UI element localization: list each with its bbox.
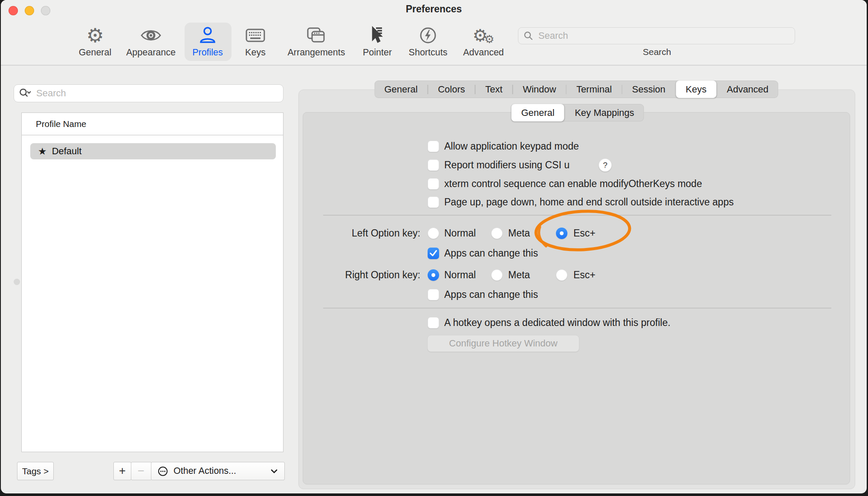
checkbox-label[interactable]: A hotkey opens a dedicated window with t… xyxy=(444,317,671,329)
checkbox-modify-other-keys[interactable] xyxy=(428,178,439,190)
search-scope-icon xyxy=(19,88,31,99)
checkbox-keypad-mode[interactable] xyxy=(428,141,439,152)
toolbar-item-general[interactable]: ⚙ General xyxy=(63,23,127,62)
subtab-general[interactable]: General xyxy=(511,104,564,121)
toolbar-separator xyxy=(1,65,867,66)
checkbox-label[interactable]: Apps can change this xyxy=(444,248,538,259)
preferences-window: Preferences ⚙ General Appearance Profile… xyxy=(1,0,867,493)
gears-icon: ⚙⚙ xyxy=(451,23,515,47)
radio-label[interactable]: Normal xyxy=(444,269,476,281)
radio-right-normal[interactable] xyxy=(428,269,439,281)
toolbar-label: General xyxy=(63,47,127,58)
eye-icon xyxy=(119,23,183,47)
window-title: Preferences xyxy=(1,3,867,15)
subtab-key-mappings[interactable]: Key Mappings xyxy=(565,104,644,121)
radio-right-meta[interactable] xyxy=(491,269,503,281)
windows-icon xyxy=(284,23,348,47)
toolbar-label: Shortcuts xyxy=(396,47,460,58)
keys-subsection-tabs: General Key Mappings xyxy=(511,104,644,121)
checkbox-page-scroll[interactable] xyxy=(428,196,439,208)
toolbar-label: Arrangements xyxy=(284,47,348,58)
radio-left-meta[interactable] xyxy=(491,228,503,239)
gear-icon: ⚙ xyxy=(63,23,127,47)
tab-colors[interactable]: Colors xyxy=(428,81,475,98)
ellipsis-circle-icon xyxy=(157,466,168,477)
other-actions-dropdown[interactable]: Other Actions... xyxy=(151,462,285,480)
profile-list: Profile Name ★ Default xyxy=(21,112,284,452)
checkbox-csi-u[interactable] xyxy=(428,159,439,171)
tags-button[interactable]: Tags > xyxy=(17,462,54,480)
radio-label[interactable]: Normal xyxy=(444,228,476,239)
radio-label[interactable]: Esc+ xyxy=(573,269,596,281)
toolbar-search-input[interactable] xyxy=(538,30,790,42)
screenshot-stage: Preferences ⚙ General Appearance Profile… xyxy=(0,0,868,496)
checkbox-label[interactable]: xterm control sequence can enable modify… xyxy=(444,178,702,190)
header-divider xyxy=(22,135,283,136)
remove-profile-button[interactable]: − xyxy=(131,462,152,480)
configure-hotkey-window-button[interactable]: Configure Hotkey Window xyxy=(427,335,579,352)
toolbar-search-caption: Search xyxy=(614,47,700,57)
star-icon: ★ xyxy=(38,146,47,157)
toolbar-item-keys[interactable]: Keys xyxy=(223,23,287,62)
add-profile-button[interactable]: + xyxy=(113,462,131,480)
section-divider xyxy=(323,215,831,216)
radio-left-normal[interactable] xyxy=(428,228,439,239)
toolbar-label: Advanced xyxy=(451,47,515,58)
toolbar-item-shortcuts[interactable]: Shortcuts xyxy=(396,23,460,62)
chevron-down-icon xyxy=(270,468,278,474)
tags-label: Tags > xyxy=(22,466,49,476)
plus-icon: + xyxy=(119,464,126,478)
radio-label[interactable]: Esc+ xyxy=(573,228,596,239)
toolbar-item-appearance[interactable]: Appearance xyxy=(119,23,183,62)
toolbar-item-arrangements[interactable]: Arrangements xyxy=(284,23,348,62)
checkbox-label[interactable]: Page up, page down, home and end scroll … xyxy=(444,196,734,208)
profile-row-default[interactable]: ★ Default xyxy=(30,143,276,159)
checkbox-right-apps-change[interactable] xyxy=(428,289,439,300)
checkbox-label[interactable]: Report modifiers using CSI u xyxy=(444,159,570,171)
toolbar-label: Appearance xyxy=(119,47,183,58)
left-option-key-label: Left Option key: xyxy=(295,228,420,239)
profile-name: Default xyxy=(52,146,82,157)
toolbar-item-advanced[interactable]: ⚙⚙ Advanced xyxy=(451,23,515,62)
tab-keys[interactable]: Keys xyxy=(676,81,716,98)
keyboard-icon xyxy=(223,23,287,47)
help-button[interactable]: ? xyxy=(599,159,612,172)
toolbar-search-field[interactable] xyxy=(518,27,795,44)
tab-session[interactable]: Session xyxy=(622,81,675,98)
radio-right-esc[interactable] xyxy=(556,269,567,281)
search-icon xyxy=(524,31,533,41)
splitter-handle[interactable] xyxy=(14,279,20,285)
lightning-icon xyxy=(396,23,460,47)
checkbox-hotkey-window[interactable] xyxy=(428,317,439,329)
right-option-key-label: Right Option key: xyxy=(295,269,420,281)
tab-general[interactable]: General xyxy=(374,81,427,98)
profile-section-tabs: General Colors Text Window Terminal Sess… xyxy=(374,81,778,98)
profile-list-header: Profile Name xyxy=(36,119,87,129)
tab-window[interactable]: Window xyxy=(513,81,566,98)
toolbar-label: Keys xyxy=(223,47,287,58)
profile-search-input[interactable] xyxy=(35,87,278,99)
tab-advanced[interactable]: Advanced xyxy=(717,81,778,98)
radio-label[interactable]: Meta xyxy=(508,269,530,281)
other-actions-label: Other Actions... xyxy=(174,466,236,476)
minus-icon: − xyxy=(138,464,145,478)
checkbox-left-apps-change[interactable] xyxy=(428,248,439,259)
profile-search-field[interactable] xyxy=(14,84,284,102)
keys-general-pane xyxy=(303,112,850,484)
checkbox-label[interactable]: Apps can change this xyxy=(444,289,538,300)
section-divider xyxy=(323,308,831,309)
tab-terminal[interactable]: Terminal xyxy=(567,81,622,98)
checkbox-label[interactable]: Allow application keypad mode xyxy=(444,141,579,152)
radio-label[interactable]: Meta xyxy=(508,228,530,239)
radio-left-esc[interactable] xyxy=(556,228,567,239)
tab-text[interactable]: Text xyxy=(475,81,512,98)
